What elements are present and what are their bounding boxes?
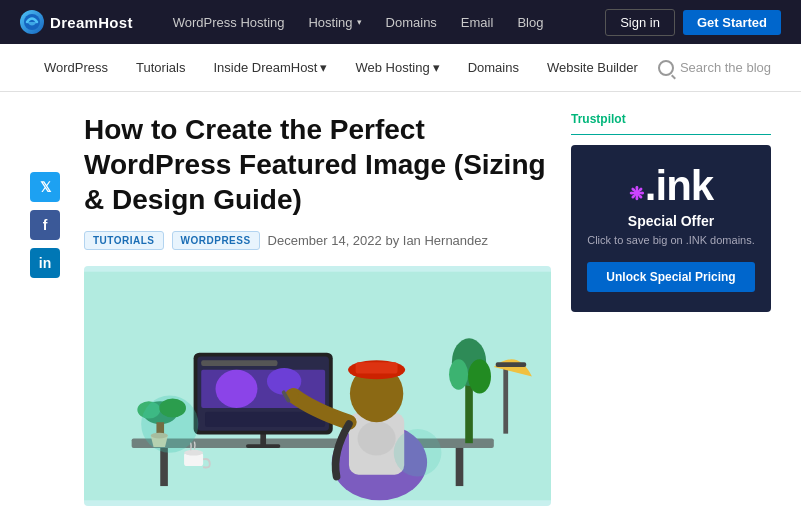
hero-illustration xyxy=(84,266,551,506)
logo[interactable]: DreamHost xyxy=(20,10,133,34)
web-hosting-chevron-icon: ▾ xyxy=(433,60,440,75)
trustpilot-label: Trustpilot xyxy=(571,112,771,126)
svg-rect-4 xyxy=(456,448,464,486)
search-icon xyxy=(658,60,674,76)
sec-nav-links: WordPress Tutorials Inside DreamHost ▾ W… xyxy=(30,52,658,83)
ink-logo: ❋.ink xyxy=(587,165,755,207)
ink-offer-desc: Click to save big on .INK domains. xyxy=(587,233,755,248)
svg-rect-13 xyxy=(205,412,325,427)
ink-offer-title: Special Offer xyxy=(587,213,755,229)
svg-point-23 xyxy=(358,421,396,455)
top-nav-right: Sign in Get Started xyxy=(605,9,781,36)
inside-dreamhost-chevron-icon: ▾ xyxy=(320,60,327,75)
sec-nav-tutorials[interactable]: Tutorials xyxy=(122,52,199,83)
facebook-share-button[interactable]: f xyxy=(30,210,60,240)
top-nav-links: WordPress Hosting Hosting ▾ Domains Emai… xyxy=(163,7,605,38)
svg-point-32 xyxy=(449,359,468,389)
article-meta: TUTORIALS WORDPRESS December 14, 2022 by… xyxy=(84,231,551,250)
facebook-icon: f xyxy=(43,217,48,233)
hosting-chevron-icon: ▾ xyxy=(357,17,362,27)
twitter-icon: 𝕏 xyxy=(40,179,51,195)
article-date: December 14, 2022 by Ian Hernandez xyxy=(268,233,488,248)
tag-wordpress[interactable]: WORDPRESS xyxy=(172,231,260,250)
logo-text: DreamHost xyxy=(50,14,133,31)
ink-splat-icon: ❋ xyxy=(629,184,643,204)
hero-image xyxy=(84,266,551,506)
signin-button[interactable]: Sign in xyxy=(605,9,675,36)
sec-nav-inside-dreamhost[interactable]: Inside DreamHost ▾ xyxy=(199,52,341,83)
svg-rect-6 xyxy=(246,444,280,448)
svg-rect-34 xyxy=(496,362,526,367)
svg-rect-33 xyxy=(503,367,508,434)
dreamhost-logo-icon xyxy=(20,10,44,34)
top-nav-blog[interactable]: Blog xyxy=(507,7,553,38)
right-sidebar: Trustpilot ❋.ink Special Offer Click to … xyxy=(571,112,771,506)
ink-ad: ❋.ink Special Offer Click to save big on… xyxy=(571,145,771,312)
linkedin-share-button[interactable]: in xyxy=(30,248,60,278)
svg-point-11 xyxy=(216,370,258,408)
search-label: Search the blog xyxy=(680,60,771,75)
sec-nav-wordpress[interactable]: WordPress xyxy=(30,52,122,83)
ink-unlock-button[interactable]: Unlock Special Pricing xyxy=(587,262,755,292)
svg-point-36 xyxy=(394,429,442,477)
linkedin-icon: in xyxy=(39,255,51,271)
top-nav-domains[interactable]: Domains xyxy=(376,7,447,38)
sec-nav-website-builder[interactable]: Website Builder xyxy=(533,52,652,83)
content-wrapper: 𝕏 f in How to Create the Perfect WordPre… xyxy=(0,92,801,526)
sec-nav-domains[interactable]: Domains xyxy=(454,52,533,83)
top-nav: DreamHost WordPress Hosting Hosting ▾ Do… xyxy=(0,0,801,44)
twitter-share-button[interactable]: 𝕏 xyxy=(30,172,60,202)
trustpilot-divider xyxy=(571,134,771,135)
svg-point-31 xyxy=(468,359,491,393)
svg-point-35 xyxy=(141,396,198,453)
svg-rect-28 xyxy=(356,362,398,373)
sec-nav-web-hosting[interactable]: Web Hosting ▾ xyxy=(341,52,453,83)
secondary-nav: WordPress Tutorials Inside DreamHost ▾ W… xyxy=(0,44,801,92)
getstarted-button[interactable]: Get Started xyxy=(683,10,781,35)
tag-tutorials[interactable]: TUTORIALS xyxy=(84,231,164,250)
svg-rect-9 xyxy=(201,360,277,366)
top-nav-hosting[interactable]: Hosting ▾ xyxy=(298,7,371,38)
social-sidebar: 𝕏 f in xyxy=(30,112,64,506)
svg-rect-3 xyxy=(160,448,168,486)
article-title: How to Create the Perfect WordPress Feat… xyxy=(84,112,551,217)
top-nav-wordpress-hosting[interactable]: WordPress Hosting xyxy=(163,7,295,38)
main-content: How to Create the Perfect WordPress Feat… xyxy=(84,112,551,506)
search-area[interactable]: Search the blog xyxy=(658,60,771,76)
top-nav-email[interactable]: Email xyxy=(451,7,504,38)
svg-point-20 xyxy=(184,450,203,456)
